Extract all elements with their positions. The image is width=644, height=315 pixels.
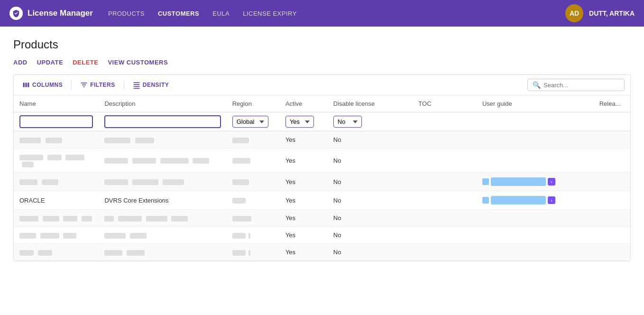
- cell-user-guide: ›: [477, 191, 594, 210]
- table-wrapper: Name Description Region Active Disable l…: [13, 95, 631, 261]
- cell-user-guide: [477, 227, 594, 244]
- cell-disable-license: No: [328, 173, 413, 191]
- density-icon: [133, 81, 140, 89]
- columns-button[interactable]: COLUMNS: [19, 79, 65, 91]
- cell-release: [594, 131, 630, 148]
- cell-description: [99, 131, 226, 148]
- separator-1: [71, 80, 72, 90]
- update-button[interactable]: UPDATE: [37, 59, 63, 66]
- col-header-region: Region: [227, 95, 280, 112]
- cell-release: [594, 227, 630, 244]
- brand: License Manager: [9, 7, 93, 20]
- cell-user-guide: [477, 148, 594, 173]
- table-row: Yes No: [14, 244, 630, 261]
- brand-icon: [9, 7, 23, 20]
- user-name: DUTT, ARTIKA: [589, 9, 635, 17]
- density-button[interactable]: DENSITY: [130, 79, 172, 91]
- svg-rect-2: [28, 83, 29, 87]
- cell-active: Yes: [280, 210, 328, 227]
- cell-description: [99, 173, 226, 191]
- col-header-release: Relea...: [594, 95, 630, 112]
- navbar: License Manager PRODUCTS CUSTOMERS EULA …: [0, 0, 644, 27]
- cell-region: [227, 173, 280, 191]
- svg-rect-0: [23, 83, 25, 87]
- filter-name-input[interactable]: [19, 115, 93, 128]
- avatar: AD: [565, 4, 583, 22]
- filter-disable-license: No Yes: [328, 112, 413, 131]
- col-header-user-guide: User guide: [477, 95, 594, 112]
- cell-toc: [413, 227, 477, 244]
- col-header-disable-license: Disable license: [328, 95, 413, 112]
- table-row: ORACLE DVRS Core Extensions Yes No: [14, 191, 630, 210]
- cell-description: [99, 227, 226, 244]
- cell-disable-license: No: [328, 227, 413, 244]
- filter-toc: [413, 112, 477, 131]
- columns-icon: [22, 81, 30, 89]
- cell-toc: [413, 191, 477, 210]
- cell-region: [227, 131, 280, 148]
- cell-name: ORACLE: [14, 191, 99, 210]
- cell-release: [594, 191, 630, 210]
- cell-name: [14, 173, 99, 191]
- delete-button[interactable]: DELETE: [73, 59, 98, 66]
- user-guide-link-btn-2[interactable]: [491, 196, 546, 204]
- cell-name: [14, 131, 99, 148]
- table-row: Yes No: [14, 210, 630, 227]
- cell-active: Yes: [280, 131, 328, 148]
- table-row: Yes No: [14, 148, 630, 173]
- cell-toc: [413, 148, 477, 173]
- table-row: Yes No: [14, 227, 630, 244]
- cell-toc: [413, 244, 477, 261]
- filter-user-guide: [477, 112, 594, 131]
- cell-disable-license: No: [328, 191, 413, 210]
- nav-license-expiry[interactable]: LICENSE EXPIRY: [243, 10, 297, 17]
- brand-name: License Manager: [28, 9, 93, 18]
- col-header-toc: TOC: [413, 95, 477, 112]
- cell-disable-license: No: [328, 244, 413, 261]
- user-guide-extra-btn[interactable]: ›: [548, 178, 555, 185]
- nav-eula[interactable]: EULA: [212, 10, 230, 17]
- cell-name: [14, 148, 99, 173]
- cell-toc: [413, 131, 477, 148]
- filter-region-select[interactable]: Global US EU: [232, 116, 268, 128]
- filter-active-select[interactable]: Yes No: [285, 116, 314, 128]
- cell-region: [227, 191, 280, 210]
- cell-region: [227, 227, 280, 244]
- cell-name: [14, 244, 99, 261]
- col-header-name: Name: [14, 95, 99, 112]
- filter-description-input[interactable]: [104, 115, 221, 128]
- cell-name: [14, 227, 99, 244]
- filter-active: Yes No: [280, 112, 328, 131]
- cell-name: [14, 210, 99, 227]
- main-content: Products ADD UPDATE DELETE VIEW CUSTOMER…: [0, 27, 644, 273]
- user-guide-link-btn[interactable]: [491, 177, 546, 186]
- filter-row: Global US EU Yes No No: [14, 112, 630, 131]
- cell-active: Yes: [280, 148, 328, 173]
- add-button[interactable]: ADD: [13, 59, 28, 66]
- cell-user-guide: ›: [477, 173, 594, 191]
- filters-button[interactable]: FILTERS: [77, 79, 118, 91]
- table-row: Yes No: [14, 131, 630, 148]
- nav-links: PRODUCTS CUSTOMERS EULA LICENSE EXPIRY: [108, 10, 297, 17]
- table-row: Yes No ›: [14, 173, 630, 191]
- table-toolbar: COLUMNS FILTERS DENSITY 🔍: [13, 74, 631, 95]
- cell-description: [99, 244, 226, 261]
- cell-user-guide: [477, 244, 594, 261]
- cell-toc: [413, 210, 477, 227]
- cell-region: [227, 210, 280, 227]
- cell-active: Yes: [280, 244, 328, 261]
- view-customers-button[interactable]: VIEW CUSTOMERS: [108, 59, 168, 66]
- table-header-row: Name Description Region Active Disable l…: [14, 95, 630, 112]
- svg-rect-1: [25, 83, 27, 87]
- cell-disable-license: No: [328, 210, 413, 227]
- cell-description: DVRS Core Extensions: [99, 191, 226, 210]
- search-input[interactable]: [543, 82, 619, 89]
- cell-region: [227, 148, 280, 173]
- nav-products[interactable]: PRODUCTS: [108, 10, 145, 17]
- nav-customers[interactable]: CUSTOMERS: [158, 10, 199, 17]
- cell-release: [594, 244, 630, 261]
- cell-release: [594, 173, 630, 191]
- cell-user-guide: [477, 131, 594, 148]
- user-guide-extra-btn-2[interactable]: ›: [548, 196, 555, 204]
- filter-disable-license-select[interactable]: No Yes: [333, 116, 362, 128]
